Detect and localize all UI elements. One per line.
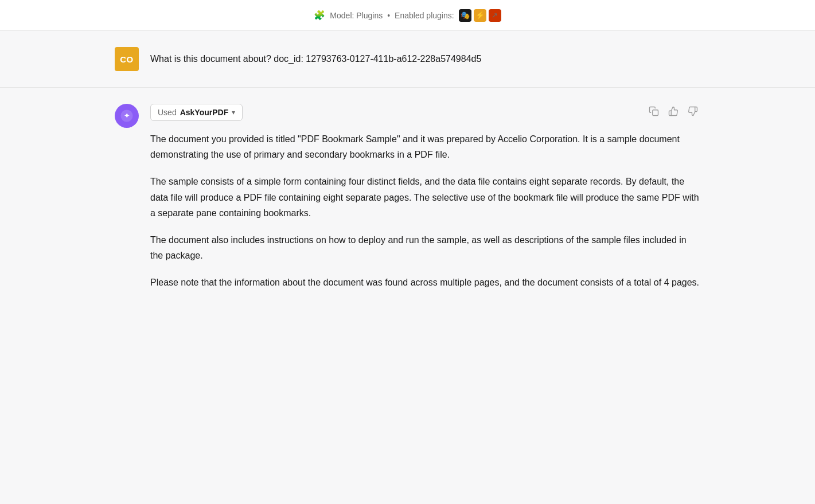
main-content: CO What is this document about? doc_id: … xyxy=(0,31,815,307)
plugin-badge-3[interactable]: ↗ xyxy=(489,9,501,22)
plugin-badges: 🎭 ⚡ ↗ xyxy=(459,9,501,22)
model-info: 🧩 Model: Plugins • Enabled plugins: 🎭 ⚡ … xyxy=(314,9,501,22)
openai-icon: ✦ xyxy=(120,109,134,123)
plugin-badge-1[interactable]: 🎭 xyxy=(459,9,471,22)
response-body: The document you provided is titled "PDF… xyxy=(150,131,700,291)
plugin-name: AskYourPDF xyxy=(180,108,229,117)
enabled-label: Enabled plugins: xyxy=(395,11,454,20)
svg-text:✦: ✦ xyxy=(124,112,130,119)
plugin-badge-2[interactable]: ⚡ xyxy=(474,9,486,22)
used-text: Used xyxy=(158,108,177,117)
puzzle-icon: 🧩 xyxy=(314,10,325,21)
response-paragraph-3: The document also includes instructions … xyxy=(150,232,700,263)
response-paragraph-1: The document you provided is titled "PDF… xyxy=(150,131,700,162)
thumbs-up-button[interactable] xyxy=(666,104,681,119)
avatar: CO xyxy=(115,47,139,71)
response-paragraph-4: Please note that the information about t… xyxy=(150,275,700,290)
top-bar: 🧩 Model: Plugins • Enabled plugins: 🎭 ⚡ … xyxy=(0,0,815,31)
user-message-row: CO What is this document about? doc_id: … xyxy=(0,31,815,88)
avatar-text: CO xyxy=(120,54,134,64)
assistant-avatar: ✦ xyxy=(115,104,139,128)
assistant-content: Used AskYourPDF ▾ The document you provi… xyxy=(150,104,700,291)
thumbs-down-button[interactable] xyxy=(685,104,700,119)
action-buttons xyxy=(646,104,700,119)
model-label: Model: Plugins xyxy=(330,11,383,20)
dot-separator: • xyxy=(387,11,390,20)
user-message-text: What is this document about? doc_id: 127… xyxy=(150,47,481,67)
plugin-used-badge[interactable]: Used AskYourPDF ▾ xyxy=(150,104,243,121)
copy-button[interactable] xyxy=(646,104,661,119)
svg-rect-2 xyxy=(653,110,658,116)
response-paragraph-2: The sample consists of a simple form con… xyxy=(150,174,700,221)
chevron-down-icon: ▾ xyxy=(232,108,235,116)
assistant-message-row: ✦ Used AskYourPDF ▾ The document you pro… xyxy=(0,88,815,307)
